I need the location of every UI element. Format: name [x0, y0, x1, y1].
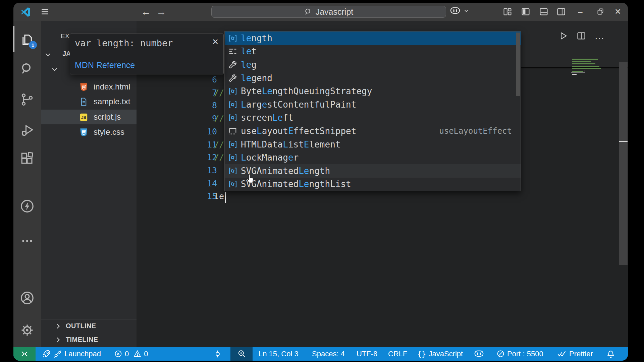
cursor-position-item[interactable]: Ln 15, Col 3 [259, 347, 299, 361]
hover-tooltip: var length: number ✕ MDN Reference [70, 34, 224, 74]
minimize-button[interactable]: – [573, 3, 588, 21]
file-name: sample.txt [94, 97, 130, 106]
timeline-panel-header[interactable]: TIMELINE [41, 333, 137, 346]
tooltip-close-icon[interactable]: ✕ [212, 37, 219, 47]
navigate-forward-button[interactable]: → [156, 5, 167, 18]
editor-more-actions-button[interactable]: … [594, 31, 604, 41]
suggestion-item[interactable]: HTMLDataListElement [225, 138, 521, 151]
braces-icon: {} [417, 350, 426, 358]
text-cursor [225, 192, 226, 203]
zoom-status-item[interactable] [230, 347, 253, 361]
editor-scrollbar[interactable] [619, 21, 628, 347]
copilot-icon [474, 350, 484, 358]
panel-label: TIMELINE [66, 336, 98, 344]
remote-indicator[interactable] [13, 347, 36, 361]
scrollbar-thumb[interactable] [619, 62, 628, 265]
focus-indicator-item[interactable] [213, 347, 222, 361]
suggestion-item[interactable]: SVGAnimatedLength [225, 164, 521, 178]
outline-panel-header[interactable]: OUTLINE [41, 319, 137, 333]
eol-item[interactable]: CRLF [388, 347, 407, 361]
html-file-icon [79, 82, 88, 92]
suggest-scrollbar-thumb[interactable] [516, 33, 520, 96]
more-views-icon[interactable] [13, 229, 41, 253]
rocket-icon [42, 349, 51, 358]
symbol-property-icon [227, 59, 238, 70]
split-editor-button[interactable] [576, 31, 586, 41]
launchpad-label: Launchpad [64, 350, 101, 358]
navigate-back-button[interactable]: ← [140, 5, 152, 18]
command-center-search[interactable]: Javascript [211, 6, 446, 18]
debug-icon [20, 123, 34, 137]
css-file-icon [79, 128, 88, 137]
toggle-panel-icon[interactable] [539, 7, 549, 16]
language-mode-item[interactable]: {} JavaScript [417, 347, 463, 361]
toggle-primary-sidebar-icon[interactable] [521, 7, 531, 16]
suggestion-label: LockManager [241, 153, 299, 163]
problems-item[interactable]: 0 0 [114, 347, 148, 361]
extensions-view-icon[interactable] [13, 147, 41, 170]
file-row-sample-txt[interactable]: sample.txt [41, 94, 137, 109]
mdn-reference-link[interactable]: MDN Reference [75, 60, 135, 70]
suggestion-item[interactable]: LockManager [225, 151, 521, 164]
search-label: Javascript [316, 7, 354, 17]
file-name: style.css [94, 127, 124, 137]
symbol-property-icon [227, 73, 238, 83]
copilot-status-item[interactable] [474, 347, 484, 361]
settings-icon[interactable] [13, 318, 41, 342]
formatter-label: Prettier [569, 350, 593, 358]
suggestion-item[interactable]: screenLeft [225, 111, 521, 125]
explorer-view-icon[interactable]: 1 [13, 27, 41, 51]
zoom-in-icon [237, 349, 246, 358]
activity-bar: 1 [13, 21, 41, 347]
suggestion-item[interactable]: let [225, 45, 521, 58]
run-debug-view-icon[interactable] [13, 119, 41, 142]
play-icon [558, 31, 568, 41]
suggestion-item[interactable]: leg [225, 58, 521, 71]
customize-layout-icon[interactable] [502, 7, 513, 16]
copilot-menu-button[interactable] [449, 6, 470, 15]
symbol-keyword-icon [227, 46, 238, 57]
toggle-secondary-sidebar-icon[interactable] [556, 7, 566, 16]
snippet-icon [227, 126, 238, 136]
indentation-item[interactable]: Spaces: 4 [312, 347, 345, 361]
chevron-down-icon [463, 7, 470, 14]
prettier-item[interactable]: Prettier [557, 347, 593, 361]
suggestion-detail: useLayoutEffect [439, 126, 512, 136]
live-server-view-icon[interactable] [13, 194, 41, 218]
source-control-view-icon[interactable] [13, 88, 41, 111]
vscode-window: ← → Javascript – ✕ 1 [13, 3, 628, 361]
suggestion-item[interactable]: useLayoutEffectSnippet useLayoutEffect [225, 124, 521, 138]
file-row-script-js[interactable]: script.js [41, 110, 137, 124]
suggestion-item[interactable]: SVGAnimatedLengthList [225, 178, 521, 191]
suggestion-item[interactable]: ByteLengthQueuingStrategy [225, 84, 521, 98]
explorer-badge: 1 [29, 41, 37, 49]
live-server-port-item[interactable]: Port : 5500 [496, 347, 543, 361]
chevron-right-icon [54, 336, 62, 344]
person-icon [20, 291, 35, 305]
cursor-position-label: Ln 15, Col 3 [259, 350, 299, 358]
suggestion-item[interactable]: LargestContentfulPaint [225, 98, 521, 111]
copilot-icon [449, 6, 461, 15]
restore-button[interactable] [593, 3, 608, 21]
suggestion-item[interactable]: legend [225, 71, 521, 85]
close-button[interactable]: ✕ [610, 3, 626, 21]
file-name: script.js [94, 112, 121, 122]
menu-icon[interactable] [40, 7, 50, 16]
suggest-widget: length let leg legend ByteLengthQueuingS… [224, 31, 521, 191]
hover-signature: var length: number [75, 38, 173, 48]
search-view-icon[interactable] [13, 57, 41, 80]
lightning-icon [20, 199, 35, 214]
cursor-overview-marker [619, 141, 628, 142]
suggestion-label: SVGAnimatedLengthList [241, 179, 351, 189]
run-button[interactable] [558, 31, 568, 41]
file-row-index-html[interactable]: index.html [41, 79, 137, 94]
slash-circle-icon [496, 350, 505, 358]
encoding-item[interactable]: UTF-8 [357, 347, 377, 361]
launchpad-item[interactable]: Launchpad [42, 347, 101, 361]
suggestion-item[interactable]: length [225, 32, 521, 45]
accounts-icon[interactable] [13, 286, 41, 310]
mouse-cursor [246, 173, 255, 184]
notifications-item[interactable] [606, 347, 615, 361]
suggestion-label: length [241, 33, 272, 43]
file-row-style-css[interactable]: style.css [41, 125, 137, 139]
